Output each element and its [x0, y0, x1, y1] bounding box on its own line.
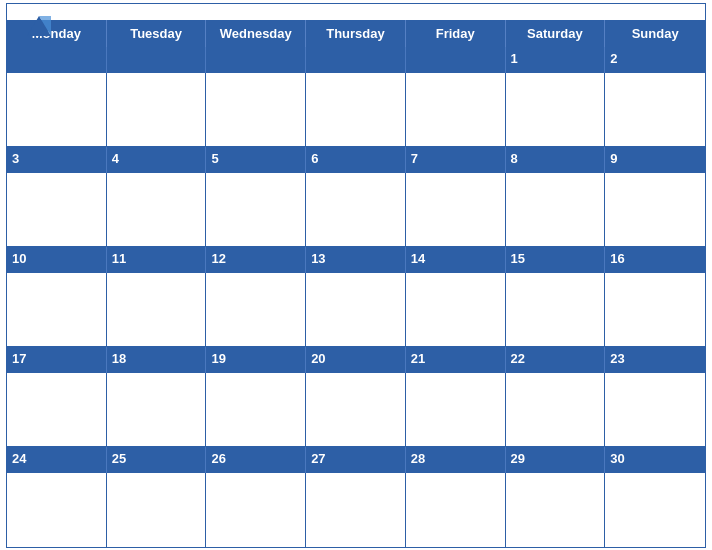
week-num-cell: 3 [7, 147, 107, 173]
week-num-cell: 18 [107, 347, 207, 373]
week-days-row-1 [7, 73, 705, 147]
week-days-row-5 [7, 473, 705, 547]
day-cell [107, 373, 207, 447]
day-cell [506, 273, 606, 347]
week-num-cell: 16 [605, 247, 705, 273]
day-cell [506, 373, 606, 447]
week-num-cell: 21 [406, 347, 506, 373]
day-cell [206, 473, 306, 547]
day-cell [206, 273, 306, 347]
week-num-cell: 22 [506, 347, 606, 373]
week-num-cell: 23 [605, 347, 705, 373]
week-number-row-4: 17181920212223 [7, 347, 705, 373]
week-num-cell: 14 [406, 247, 506, 273]
week-number-row-3: 10111213141516 [7, 247, 705, 273]
week-num-cell: 7 [406, 147, 506, 173]
day-header-tuesday: Tuesday [107, 20, 207, 47]
day-cell [406, 473, 506, 547]
day-cell [605, 373, 705, 447]
week-num-cell: 30 [605, 447, 705, 473]
week-num-cell: 17 [7, 347, 107, 373]
day-cell [7, 73, 107, 147]
week-num-cell [7, 47, 107, 73]
week-days-row-4 [7, 373, 705, 447]
week-days-row-2 [7, 173, 705, 247]
week-num-cell: 26 [206, 447, 306, 473]
day-cell [107, 73, 207, 147]
day-cell [306, 73, 406, 147]
week-num-cell: 5 [206, 147, 306, 173]
week-num-cell: 9 [605, 147, 705, 173]
week-num-cell [206, 47, 306, 73]
day-cell [406, 373, 506, 447]
logo-icon [23, 12, 55, 40]
week-number-row-1: 12 [7, 47, 705, 73]
day-header-thursday: Thursday [306, 20, 406, 47]
day-cell [7, 273, 107, 347]
day-cell [605, 173, 705, 247]
day-cell [306, 273, 406, 347]
day-cell [406, 73, 506, 147]
day-cell [605, 473, 705, 547]
week-number-row-5: 24252627282930 [7, 447, 705, 473]
day-cell [506, 173, 606, 247]
day-cell [107, 473, 207, 547]
week-num-cell: 10 [7, 247, 107, 273]
week-num-cell: 6 [306, 147, 406, 173]
week-num-cell: 29 [506, 447, 606, 473]
week-num-cell [406, 47, 506, 73]
day-cell [406, 273, 506, 347]
calendar-header [7, 4, 705, 20]
day-cell [605, 273, 705, 347]
week-num-cell: 11 [107, 247, 207, 273]
week-num-cell: 4 [107, 147, 207, 173]
day-cell [605, 73, 705, 147]
week-num-cell: 19 [206, 347, 306, 373]
day-header-sunday: Sunday [605, 20, 705, 47]
day-header-saturday: Saturday [506, 20, 606, 47]
day-cell [406, 173, 506, 247]
day-cell [306, 173, 406, 247]
week-num-cell [107, 47, 207, 73]
calendar: Monday Tuesday Wednesday Thursday Friday… [6, 3, 706, 548]
week-num-cell: 13 [306, 247, 406, 273]
day-cell [206, 373, 306, 447]
day-cell [306, 373, 406, 447]
week-num-cell: 2 [605, 47, 705, 73]
week-number-row-2: 3456789 [7, 147, 705, 173]
day-cell [107, 273, 207, 347]
day-cell [306, 473, 406, 547]
day-cell [506, 73, 606, 147]
day-cell [7, 473, 107, 547]
day-cell [7, 373, 107, 447]
week-num-cell: 20 [306, 347, 406, 373]
day-header-wednesday: Wednesday [206, 20, 306, 47]
week-num-cell: 27 [306, 447, 406, 473]
week-num-cell: 15 [506, 247, 606, 273]
week-num-cell [306, 47, 406, 73]
day-headers-row: Monday Tuesday Wednesday Thursday Friday… [7, 20, 705, 47]
week-num-cell: 24 [7, 447, 107, 473]
week-num-cell: 28 [406, 447, 506, 473]
day-cell [206, 73, 306, 147]
logo-area [23, 12, 57, 40]
day-cell [206, 173, 306, 247]
week-num-cell: 1 [506, 47, 606, 73]
day-cell [107, 173, 207, 247]
day-header-friday: Friday [406, 20, 506, 47]
day-cell [7, 173, 107, 247]
day-cell [506, 473, 606, 547]
week-num-cell: 8 [506, 147, 606, 173]
week-num-cell: 25 [107, 447, 207, 473]
calendar-grid: 1234567891011121314151617181920212223242… [7, 47, 705, 547]
week-num-cell: 12 [206, 247, 306, 273]
week-days-row-3 [7, 273, 705, 347]
